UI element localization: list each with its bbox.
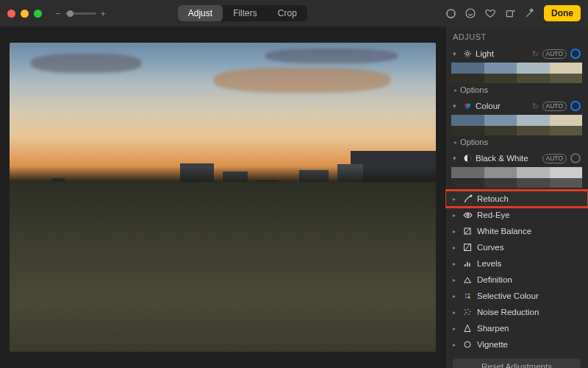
info-icon[interactable] bbox=[465, 7, 477, 20]
bw-label: Black & White bbox=[476, 154, 539, 163]
bw-auto-button[interactable]: AUTO bbox=[542, 154, 567, 163]
section-light: ▾ Light ↺ AUTO ▸Options bbox=[445, 46, 588, 98]
section-bw: ▾ Black & White AUTO bbox=[445, 150, 588, 191]
canvas bbox=[0, 26, 445, 368]
row-levels[interactable]: ▸ Levels bbox=[445, 255, 588, 272]
titlebar: − + Adjust Filters Crop Done bbox=[0, 0, 588, 26]
vignette-icon bbox=[462, 339, 473, 350]
svg-point-21 bbox=[470, 311, 471, 313]
svg-point-15 bbox=[465, 294, 467, 296]
light-label: Light bbox=[476, 49, 528, 58]
bw-thumbnails[interactable] bbox=[451, 167, 582, 188]
disclosure-icon: ▾ bbox=[453, 50, 459, 57]
colour-auto-button[interactable]: AUTO bbox=[542, 102, 567, 111]
svg-rect-13 bbox=[467, 262, 468, 266]
svg-point-18 bbox=[468, 297, 470, 299]
undo-icon[interactable]: ↺ bbox=[532, 102, 539, 111]
disclosure-icon: ▾ bbox=[453, 102, 459, 110]
magic-icon[interactable] bbox=[524, 7, 537, 20]
svg-point-1 bbox=[466, 9, 475, 18]
adjust-sidebar: ADJUST ▾ Light ↺ AUTO ▸Options bbox=[445, 26, 588, 368]
zoom-in-icon[interactable]: + bbox=[101, 8, 107, 19]
svg-point-6 bbox=[465, 105, 469, 109]
definition-icon bbox=[462, 275, 473, 285]
colour-header[interactable]: ▾ Colour ↺ AUTO bbox=[451, 99, 582, 113]
retouch-icon bbox=[462, 194, 473, 204]
sidebar-title: ADJUST bbox=[445, 31, 588, 46]
svg-point-17 bbox=[465, 297, 467, 299]
window-controls bbox=[7, 10, 42, 18]
whitebalance-icon bbox=[462, 226, 473, 236]
mode-tabs: Adjust Filters Crop bbox=[178, 5, 307, 21]
light-enable-toggle[interactable] bbox=[570, 49, 581, 59]
row-whitebalance[interactable]: ▸ White Balance bbox=[445, 223, 588, 239]
colour-icon bbox=[462, 102, 472, 111]
colour-enable-toggle[interactable] bbox=[570, 101, 581, 111]
svg-point-9 bbox=[466, 213, 468, 216]
sharpen-icon bbox=[462, 323, 473, 333]
minimize-window-button[interactable] bbox=[21, 10, 29, 18]
zoom-control[interactable]: − + bbox=[55, 8, 106, 19]
redeye-icon bbox=[462, 210, 473, 220]
undo-icon[interactable]: ↺ bbox=[532, 49, 539, 59]
svg-rect-12 bbox=[465, 264, 466, 266]
row-retouch[interactable]: ▸ Retouch bbox=[445, 191, 588, 207]
curves-icon bbox=[462, 242, 473, 252]
light-header[interactable]: ▾ Light ↺ AUTO bbox=[451, 47, 582, 60]
disclosure-icon: ▾ bbox=[453, 155, 459, 162]
colour-options[interactable]: ▸Options bbox=[451, 137, 582, 149]
zoom-slider[interactable] bbox=[65, 13, 96, 15]
light-icon bbox=[462, 49, 472, 59]
bw-enable-toggle[interactable] bbox=[570, 153, 581, 163]
done-button[interactable]: Done bbox=[544, 5, 581, 21]
colour-thumbnails[interactable] bbox=[451, 115, 582, 135]
light-auto-button[interactable]: AUTO bbox=[542, 49, 567, 59]
section-colour: ▾ Colour ↺ AUTO ▸Options bbox=[445, 98, 588, 150]
row-selective[interactable]: ▸ Selective Colour bbox=[445, 288, 588, 304]
rotate-icon[interactable] bbox=[504, 7, 517, 20]
photo-preview[interactable] bbox=[10, 43, 436, 352]
light-options[interactable]: ▸Options bbox=[451, 85, 582, 96]
toolbar-right: Done bbox=[445, 5, 581, 21]
noise-icon bbox=[462, 307, 473, 317]
row-sharpen[interactable]: ▸ Sharpen bbox=[445, 320, 588, 336]
reset-adjustments-button[interactable]: Reset Adjustments bbox=[453, 358, 581, 368]
svg-rect-2 bbox=[507, 11, 513, 17]
row-definition[interactable]: ▸ Definition bbox=[445, 272, 588, 288]
svg-point-22 bbox=[466, 312, 467, 314]
tab-filters[interactable]: Filters bbox=[223, 5, 268, 21]
svg-point-20 bbox=[467, 309, 469, 311]
zoom-out-icon[interactable]: − bbox=[55, 8, 61, 19]
bw-header[interactable]: ▾ Black & White AUTO bbox=[451, 152, 582, 165]
main-area: ADJUST ▾ Light ↺ AUTO ▸Options bbox=[0, 26, 588, 368]
levels-icon bbox=[462, 258, 473, 269]
fullscreen-window-button[interactable] bbox=[34, 10, 42, 18]
row-redeye[interactable]: ▸ Red-Eye bbox=[445, 207, 588, 223]
row-curves[interactable]: ▸ Curves bbox=[445, 239, 588, 255]
close-window-button[interactable] bbox=[7, 10, 15, 18]
svg-point-25 bbox=[465, 342, 470, 347]
svg-rect-14 bbox=[469, 263, 470, 267]
row-vignette[interactable]: ▸ Vignette bbox=[445, 336, 588, 353]
svg-point-8 bbox=[470, 195, 471, 197]
auto-enhance-icon[interactable] bbox=[445, 7, 457, 20]
svg-point-3 bbox=[466, 52, 469, 55]
tab-crop[interactable]: Crop bbox=[268, 5, 307, 21]
svg-point-0 bbox=[447, 9, 455, 17]
light-thumbnails[interactable] bbox=[451, 63, 582, 83]
favorite-icon[interactable] bbox=[484, 7, 497, 20]
selective-icon bbox=[462, 291, 473, 301]
svg-point-16 bbox=[468, 294, 470, 296]
row-noise[interactable]: ▸ Noise Reduction bbox=[445, 304, 588, 320]
svg-point-19 bbox=[465, 309, 466, 311]
colour-label: Colour bbox=[476, 102, 528, 110]
tab-adjust[interactable]: Adjust bbox=[178, 5, 223, 21]
svg-point-24 bbox=[468, 314, 470, 315]
svg-point-23 bbox=[465, 314, 466, 315]
bw-icon bbox=[462, 154, 472, 163]
